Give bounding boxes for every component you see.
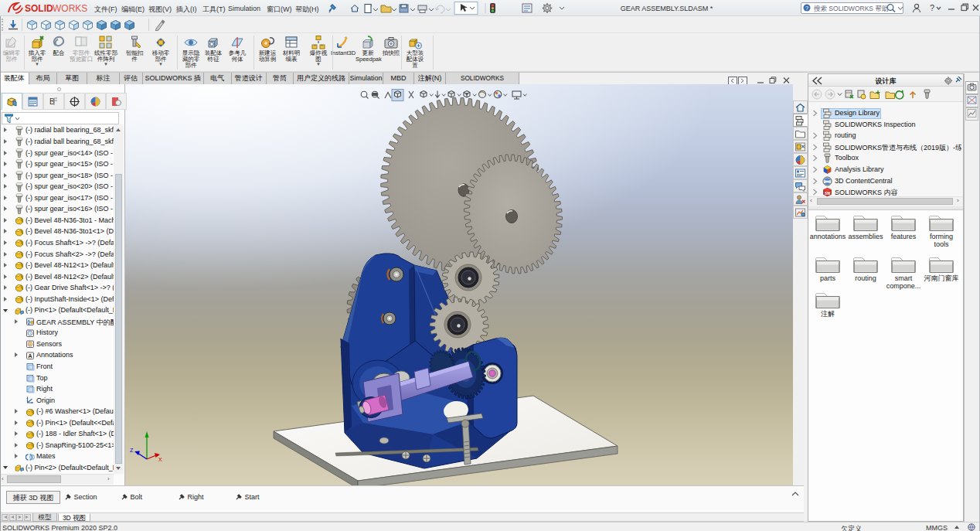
svg-text:WORKS: WORKS [53, 3, 87, 14]
svg-text:?: ? [930, 3, 934, 12]
svg-text:A: A [28, 352, 32, 359]
svg-text:Z: Z [130, 448, 134, 453]
svg-text:?: ? [805, 5, 809, 12]
svg-text:SW: SW [825, 192, 831, 196]
svg-text:SOLID: SOLID [25, 3, 53, 14]
svg-text:X: X [158, 457, 162, 462]
